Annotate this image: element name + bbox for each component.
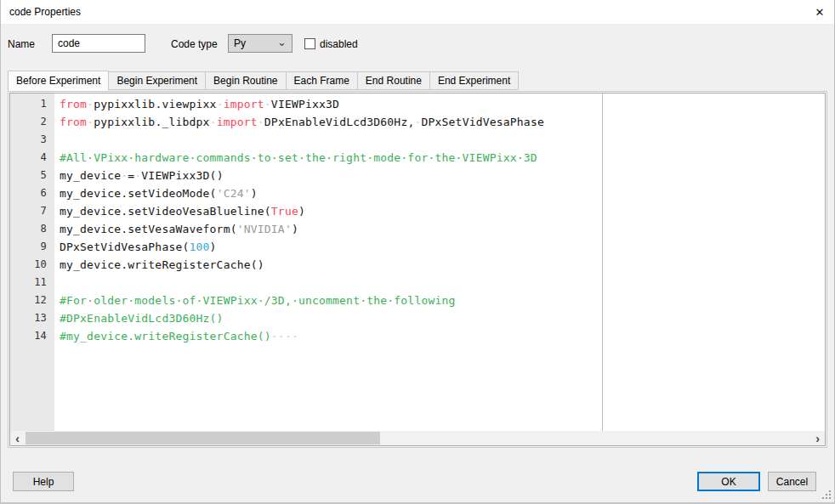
ok-button[interactable]: OK [697,472,760,491]
code-token: my_device.setVesaWaveform( [60,223,237,235]
tab-each-frame[interactable]: Each Frame [287,71,358,90]
code-type-select[interactable]: Py ⌄ [228,34,293,53]
code-line-text: my_device.writeRegisterCache() [54,256,264,274]
code-type-value: Py [234,37,246,49]
code-token: · [258,116,264,128]
line-number: 9 [10,238,54,256]
code-line: 7my_device.setVideoVesaBlueline(True) [10,202,825,220]
code-token: ) [251,187,258,200]
code-token: True [271,205,298,218]
code-token: pypixxlib._libdpx [94,116,209,128]
code-token: my_device.writeRegisterCache() [60,258,264,271]
code-line-text [54,274,66,292]
code-line-text: #All·VPixx·hardware·commands·to·set·the·… [54,149,537,167]
line-number: 3 [10,131,54,149]
tab-before-experiment[interactable]: Before Experiment [8,71,109,91]
code-line-text [54,131,66,149]
code-token: my_device [60,169,121,182]
horizontal-scrollbar[interactable]: ‹ › [10,431,825,445]
code-token: ) [210,241,217,253]
disabled-label: disabled [320,38,358,50]
scrollbar-thumb[interactable] [26,432,380,445]
close-button[interactable]: ✕ [805,0,834,24]
code-token: ) [292,223,298,235]
code-token: from [60,98,87,110]
code-line-text: DPxSetVidVesaPhase(100) [54,238,217,256]
line-number: 1 [10,95,54,113]
close-icon: ✕ [815,6,825,19]
code-token: VIEWPixx3D [271,98,339,110]
code-token: · [87,98,94,110]
help-button[interactable]: Help [13,472,74,491]
tab-begin-experiment[interactable]: Begin Experiment [109,71,206,90]
code-line: 10my_device.writeRegisterCache() [10,256,825,274]
code-line-text: #my_device.writeRegisterCache()···· [54,327,298,345]
code-token: · [87,116,94,128]
code-line-text: my_device.setVideoVesaBlueline(True) [54,202,305,220]
line-number: 7 [10,202,54,220]
code-token: 'C24' [217,187,251,200]
line-number: 12 [10,292,54,309]
line-number: 4 [10,149,54,167]
scroll-left-icon: ‹ [15,432,20,445]
code-token: · [264,98,271,110]
line-number: 10 [10,256,54,274]
code-token: · [210,116,217,128]
tab-begin-routine[interactable]: Begin Routine [206,71,286,90]
code-line: 11 [10,274,825,292]
code-line: 13#DPxEnableVidLcd3D60Hz() [10,309,825,327]
code-token: #For·older·models·of·VIEWPixx·/3D,·uncom… [60,294,456,307]
resize-grip[interactable] [821,490,832,500]
code-token: my_device.setVideoVesaBlueline( [60,205,271,218]
code-type-label: Code type [171,38,218,50]
line-number: 8 [10,220,54,238]
code-line-text: my_device.setVesaWaveform('NVIDIA') [54,220,298,238]
code-token: import [224,98,264,110]
code-token: #my_device.writeRegisterCache() [60,330,271,343]
line-number: 2 [10,113,54,131]
code-line: 9DPxSetVidVesaPhase(100) [10,238,825,256]
code-line-text: from·pypixxlib.viewpixx·import·VIEWPixx3… [54,95,339,113]
code-line-text: from·pypixxlib._libdpx·import·DPxEnableV… [54,113,544,131]
code-editor[interactable]: 1from·pypixxlib.viewpixx·import·VIEWPixx… [9,93,826,446]
name-input[interactable] [52,34,145,53]
window-title: code Properties [9,6,81,18]
scroll-right-button[interactable]: › [810,431,825,445]
code-token: VIEWPixx3D() [141,169,223,182]
code-token: ···· [271,330,298,343]
code-line: 12#For·older·models·of·VIEWPixx·/3D,·unc… [10,292,825,309]
code-token: DPxSetVidVesaPhase( [60,241,190,253]
code-token: #DPxEnableVidLcd3D60Hz() [60,312,224,325]
code-line-text: #DPxEnableVidLcd3D60Hz() [54,309,224,327]
code-line-text: #For·older·models·of·VIEWPixx·/3D,·uncom… [54,292,456,309]
scroll-left-button[interactable]: ‹ [10,431,25,445]
code-line: 3 [10,131,825,149]
name-label: Name [8,38,35,50]
cancel-button[interactable]: Cancel [768,472,816,491]
code-line: 8my_device.setVesaWaveform('NVIDIA') [10,220,825,238]
code-token: from [60,116,87,128]
code-line: 6my_device.setVideoMode('C24') [10,184,825,202]
disabled-checkbox[interactable] [304,38,315,49]
line-number: 6 [10,184,54,202]
editor-panel: 1from·pypixxlib.viewpixx·import·VIEWPixx… [8,91,827,448]
line-number: 5 [10,167,54,184]
chevron-down-icon: ⌄ [277,36,287,48]
code-token: my_device.setVideoMode( [60,187,217,200]
tab-bar: Before ExperimentBegin ExperimentBegin R… [8,71,519,90]
code-token: ) [298,205,305,218]
line-number: 14 [10,327,54,345]
code-line: 2from·pypixxlib._libdpx·import·DPxEnable… [10,113,825,131]
code-line-text: my_device·=·VIEWPixx3D() [54,167,224,184]
code-line: 4#All·VPixx·hardware·commands·to·set·the… [10,149,825,167]
code-token: DPxEnableVidLcd3D60Hz, [264,116,415,128]
code-token: · [217,98,224,110]
code-properties-dialog: code Properties ✕ Name Code type Py ⌄ di… [0,0,835,504]
tab-end-routine[interactable]: End Routine [358,71,430,90]
scroll-right-icon: › [815,432,820,445]
line-number: 13 [10,309,54,327]
code-token: 'NVIDIA' [237,223,292,235]
code-token: DPxSetVidVesaPhase [421,116,543,128]
line-number: 11 [10,274,54,292]
tab-end-experiment[interactable]: End Experiment [430,71,519,90]
